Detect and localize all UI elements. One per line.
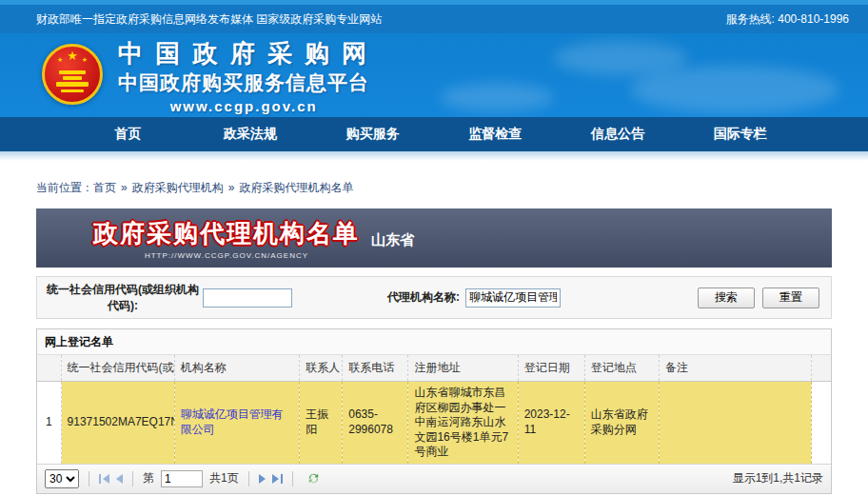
cloud-decoration	[630, 66, 839, 113]
first-page-icon	[99, 474, 101, 484]
emblem-star-icon: ★	[67, 50, 78, 62]
page-prefix-label: 第	[143, 470, 154, 486]
results-panel: 网上登记名单 统一社会信用代码(或组织 机构名称 联系人 联系电话 注册地址 登…	[36, 328, 832, 494]
divider	[89, 471, 89, 486]
cell-address: 山东省聊城市东昌府区柳园办事处一中南运河路东山水文园16号楼1单元7号商业	[408, 382, 518, 465]
cell-credit-code: 91371502MA7EQ17NXK	[61, 382, 174, 465]
site-subtitle: 中国政府购买服务信息平台	[118, 69, 369, 96]
refresh-icon	[306, 471, 321, 486]
cell-contact: 王振阳	[300, 382, 343, 465]
credit-code-label: 统一社会信用代码(或组织机构代码):	[47, 282, 199, 312]
col-contact: 联系人	[300, 355, 343, 382]
cell-spacer	[812, 382, 831, 465]
emblem-gate-shape	[56, 82, 89, 87]
last-page-icon	[281, 474, 283, 484]
table-title: 网上登记名单	[37, 329, 831, 355]
site-header: ★ ★ ★ 中 国 政 府 采 购 网 中国政府购买服务信息平台 www.ccg…	[0, 33, 868, 117]
banner-title-block: 政府采购代理机构名单 HTTP://WWW.CCGP.GOV.CN/AGENCY	[93, 217, 360, 260]
prev-page-icon	[116, 474, 123, 484]
cloud-decoration	[440, 83, 554, 111]
col-credit-code: 统一社会信用代码(或组织	[61, 355, 174, 382]
search-panel: 统一社会信用代码(或组织机构代码): 代理机构名称: 搜索 重置	[36, 276, 832, 319]
nav-item-supervision[interactable]: 监督检查	[434, 126, 557, 143]
cloud-decoration	[554, 41, 687, 75]
search-button[interactable]: 搜索	[698, 288, 755, 308]
topbar-slogan: 财政部唯一指定政府采购信息网络发布媒体 国家级政府采购专业网站	[36, 11, 382, 28]
records-summary: 显示1到1,共1记录	[733, 470, 823, 486]
next-page-button[interactable]	[259, 474, 266, 484]
nav-item-international[interactable]: 国际专栏	[679, 126, 801, 143]
page-banner: 政府采购代理机构名单 HTTP://WWW.CCGP.GOV.CN/AGENCY…	[36, 208, 832, 268]
banner-title: 政府采购代理机构名单	[93, 217, 360, 250]
page-size-select[interactable]: 30	[45, 469, 79, 488]
china-national-emblem-icon: ★ ★ ★	[42, 44, 103, 105]
next-page-icon	[259, 474, 266, 484]
col-agency-name: 机构名称	[174, 355, 299, 382]
first-page-button[interactable]	[99, 474, 109, 484]
col-index	[37, 355, 61, 382]
agency-name-link[interactable]: 聊城诚亿项目管理有限公司	[181, 407, 284, 436]
breadcrumb: 当前位置：首页»政府采购代理机构»政府采购代理机构名单	[36, 180, 868, 196]
emblem-gate-shape	[63, 76, 82, 80]
nav-item-home[interactable]: 首页	[67, 126, 189, 143]
breadcrumb-separator: »	[121, 181, 128, 194]
col-phone: 联系电话	[343, 355, 408, 382]
emblem-gate-shape	[61, 89, 84, 92]
col-reg-site: 登记地点	[584, 355, 659, 382]
breadcrumb-home[interactable]: 首页	[93, 181, 116, 194]
nav-bottom-gradient	[0, 151, 868, 161]
last-page-icon	[272, 474, 279, 484]
col-reg-date: 登记日期	[518, 355, 584, 382]
last-page-button[interactable]	[272, 474, 283, 484]
col-address: 注册地址	[408, 355, 518, 382]
pagination-bar: 30 第 共1页 显示1到1,共1记录	[37, 465, 831, 493]
col-spacer	[812, 355, 831, 382]
nav-item-announcements[interactable]: 信息公告	[557, 126, 680, 143]
breadcrumb-prefix: 当前位置：	[36, 181, 93, 194]
prev-page-button[interactable]	[116, 474, 123, 484]
table-header-row: 统一社会信用代码(或组织 机构名称 联系人 联系电话 注册地址 登记日期 登记地…	[37, 355, 831, 382]
cell-reg-site: 山东省政府采购分网	[584, 382, 659, 465]
total-pages-label: 共1页	[209, 470, 239, 486]
agency-name-input[interactable]	[465, 288, 561, 308]
divider	[292, 471, 293, 486]
site-url: www.ccgp.gov.cn	[118, 98, 369, 114]
main-nav: 首页 政采法规 购买服务 监督检查 信息公告 国际专栏	[0, 117, 868, 151]
cell-reg-date: 2023-12-11	[518, 382, 584, 465]
reset-button[interactable]: 重置	[762, 288, 819, 308]
col-remark: 备注	[660, 355, 812, 382]
agency-table: 统一社会信用代码(或组织 机构名称 联系人 联系电话 注册地址 登记日期 登记地…	[37, 355, 831, 465]
credit-code-input[interactable]	[203, 288, 292, 308]
search-buttons: 搜索 重置	[698, 288, 819, 308]
breadcrumb-agency[interactable]: 政府采购代理机构	[132, 181, 224, 194]
divider	[132, 471, 133, 486]
nav-item-regulations[interactable]: 政采法规	[189, 126, 312, 143]
cell-remark	[660, 382, 812, 465]
banner-url: HTTP://WWW.CCGP.GOV.CN/AGENCY	[145, 251, 308, 260]
table-row: 1 91371502MA7EQ17NXK 聊城诚亿项目管理有限公司 王振阳 06…	[37, 382, 831, 465]
refresh-button[interactable]	[306, 471, 321, 486]
service-hotline: 服务热线: 400-810-1996	[726, 11, 849, 28]
site-titles: 中 国 政 府 采 购 网 中国政府购买服务信息平台 www.ccgp.gov.…	[118, 40, 369, 114]
emblem-star-icon: ★	[82, 56, 88, 63]
banner-region: 山东省	[371, 231, 414, 249]
site-title: 中 国 政 府 采 购 网	[118, 40, 369, 68]
nav-item-purchase-services[interactable]: 购买服务	[311, 126, 434, 143]
page-number-input[interactable]	[161, 470, 203, 487]
divider	[248, 471, 249, 486]
emblem-gate-shape	[59, 70, 86, 74]
breadcrumb-current: 政府采购代理机构名单	[239, 181, 353, 194]
first-page-icon	[103, 474, 109, 484]
breadcrumb-separator: »	[228, 181, 235, 194]
agency-name-label: 代理机构名称:	[387, 289, 460, 306]
cell-index: 1	[37, 382, 61, 465]
cell-phone: 0635-2996078	[343, 382, 408, 465]
emblem-star-icon: ★	[57, 56, 63, 63]
cell-agency-name: 聊城诚亿项目管理有限公司	[174, 382, 299, 465]
topbar: 财政部唯一指定政府采购信息网络发布媒体 国家级政府采购专业网站 服务热线: 40…	[0, 5, 868, 33]
